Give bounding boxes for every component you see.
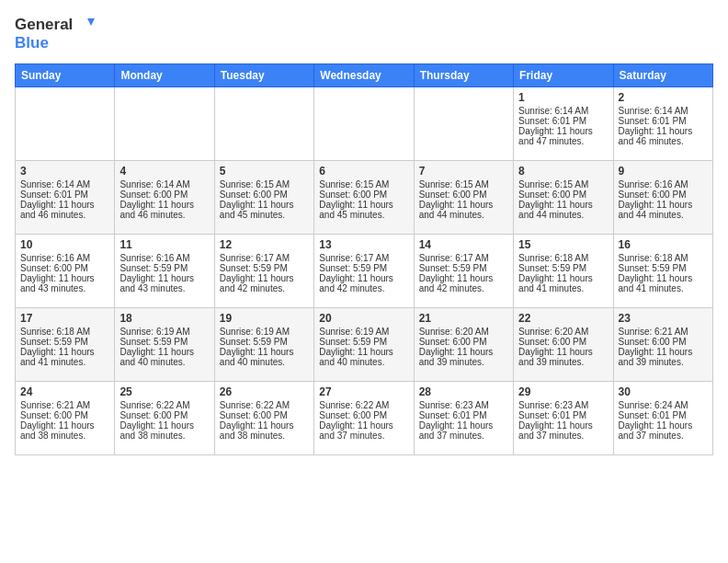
- day-info: Sunrise: 6:14 AM: [119, 179, 209, 190]
- day-info: Sunset: 5:59 PM: [119, 337, 209, 347]
- day-info: Daylight: 11 hours and 40 minutes.: [319, 347, 408, 367]
- dow-header: Thursday: [414, 63, 513, 86]
- day-info: Sunset: 5:59 PM: [619, 263, 708, 273]
- calendar-cell: 3Sunrise: 6:14 AMSunset: 6:01 PMDaylight…: [16, 160, 115, 234]
- day-number: 18: [119, 312, 209, 325]
- day-info: Daylight: 11 hours and 37 minutes.: [619, 420, 708, 441]
- day-info: Sunrise: 6:15 AM: [518, 179, 608, 190]
- day-info: Sunset: 5:59 PM: [220, 263, 309, 273]
- day-number: 5: [220, 165, 309, 178]
- day-info: Sunrise: 6:14 AM: [518, 106, 608, 116]
- calendar-cell: 28Sunrise: 6:23 AMSunset: 6:01 PMDayligh…: [414, 381, 513, 454]
- day-info: Daylight: 11 hours and 37 minutes.: [419, 420, 508, 441]
- calendar-cell: 27Sunrise: 6:22 AMSunset: 6:00 PMDayligh…: [314, 381, 414, 454]
- calendar-cell: 2Sunrise: 6:14 AMSunset: 6:01 PMDaylight…: [613, 86, 712, 160]
- day-number: 6: [319, 165, 408, 178]
- calendar-week: 10Sunrise: 6:16 AMSunset: 6:00 PMDayligh…: [16, 234, 713, 307]
- calendar-cell: 16Sunrise: 6:18 AMSunset: 5:59 PMDayligh…: [613, 234, 712, 307]
- calendar-cell: 29Sunrise: 6:23 AMSunset: 6:01 PMDayligh…: [514, 381, 613, 454]
- day-number: 1: [518, 91, 608, 104]
- day-info: Sunrise: 6:21 AM: [619, 327, 708, 337]
- day-number: 2: [619, 91, 708, 104]
- calendar-cell: 24Sunrise: 6:21 AMSunset: 6:00 PMDayligh…: [16, 381, 115, 454]
- calendar-cell: 19Sunrise: 6:19 AMSunset: 5:59 PMDayligh…: [214, 307, 313, 381]
- day-info: Sunrise: 6:20 AM: [419, 327, 508, 337]
- day-info: Sunset: 6:00 PM: [319, 410, 408, 420]
- day-info: Sunset: 6:00 PM: [419, 337, 508, 347]
- day-info: Sunset: 6:00 PM: [119, 190, 209, 200]
- svg-marker-0: [87, 18, 95, 26]
- dow-header: Monday: [115, 63, 214, 86]
- calendar-body: 1Sunrise: 6:14 AMSunset: 6:01 PMDaylight…: [16, 86, 713, 454]
- day-info: Sunset: 6:00 PM: [20, 263, 109, 273]
- day-info: Sunset: 6:00 PM: [518, 190, 608, 200]
- day-info: Sunrise: 6:24 AM: [619, 400, 708, 410]
- day-info: Sunrise: 6:14 AM: [20, 179, 109, 190]
- day-number: 21: [419, 312, 508, 325]
- day-info: Daylight: 11 hours and 46 minutes.: [20, 200, 109, 220]
- day-info: Daylight: 11 hours and 37 minutes.: [319, 420, 408, 441]
- logo-general-text: General: [15, 17, 73, 34]
- day-info: Sunrise: 6:18 AM: [20, 327, 109, 337]
- day-number: 10: [20, 238, 109, 251]
- day-info: Daylight: 11 hours and 46 minutes.: [619, 126, 708, 146]
- dow-header: Saturday: [613, 63, 712, 86]
- day-info: Sunrise: 6:18 AM: [619, 253, 708, 263]
- calendar-cell: 21Sunrise: 6:20 AMSunset: 6:00 PMDayligh…: [414, 307, 513, 381]
- day-info: Daylight: 11 hours and 40 minutes.: [220, 347, 309, 367]
- day-info: Daylight: 11 hours and 43 minutes.: [119, 273, 209, 293]
- calendar-cell: 1Sunrise: 6:14 AMSunset: 6:01 PMDaylight…: [514, 86, 613, 160]
- calendar-week: 3Sunrise: 6:14 AMSunset: 6:01 PMDaylight…: [16, 160, 713, 234]
- calendar: SundayMondayTuesdayWednesdayThursdayFrid…: [15, 63, 713, 455]
- day-number: 27: [319, 385, 408, 398]
- day-info: Daylight: 11 hours and 45 minutes.: [220, 200, 309, 220]
- day-info: Daylight: 11 hours and 44 minutes.: [419, 200, 508, 220]
- calendar-cell: 6Sunrise: 6:15 AMSunset: 6:00 PMDaylight…: [314, 160, 414, 234]
- calendar-cell: 30Sunrise: 6:24 AMSunset: 6:01 PMDayligh…: [613, 381, 712, 454]
- day-info: Sunrise: 6:19 AM: [119, 327, 209, 337]
- calendar-cell: 26Sunrise: 6:22 AMSunset: 6:00 PMDayligh…: [214, 381, 313, 454]
- day-info: Daylight: 11 hours and 44 minutes.: [619, 200, 708, 220]
- day-info: Sunset: 6:00 PM: [319, 190, 408, 200]
- calendar-week: 24Sunrise: 6:21 AMSunset: 6:00 PMDayligh…: [16, 381, 713, 454]
- day-number: 23: [619, 312, 708, 325]
- day-info: Sunset: 6:00 PM: [119, 410, 209, 420]
- calendar-cell: 7Sunrise: 6:15 AMSunset: 6:00 PMDaylight…: [414, 160, 513, 234]
- day-number: 4: [119, 165, 209, 178]
- calendar-cell: 18Sunrise: 6:19 AMSunset: 5:59 PMDayligh…: [115, 307, 214, 381]
- calendar-cell: 17Sunrise: 6:18 AMSunset: 5:59 PMDayligh…: [16, 307, 115, 381]
- day-info: Sunset: 6:00 PM: [619, 337, 708, 347]
- day-info: Daylight: 11 hours and 39 minutes.: [419, 347, 508, 367]
- day-info: Sunrise: 6:22 AM: [119, 400, 209, 410]
- calendar-cell: 4Sunrise: 6:14 AMSunset: 6:00 PMDaylight…: [115, 160, 214, 234]
- day-info: Sunset: 5:59 PM: [319, 263, 408, 273]
- day-info: Sunrise: 6:17 AM: [319, 253, 408, 263]
- dow-header: Tuesday: [214, 63, 313, 86]
- calendar-cell: 23Sunrise: 6:21 AMSunset: 6:00 PMDayligh…: [613, 307, 712, 381]
- day-info: Daylight: 11 hours and 42 minutes.: [319, 273, 408, 293]
- calendar-cell: [414, 86, 513, 160]
- day-number: 9: [619, 165, 708, 178]
- calendar-cell: 12Sunrise: 6:17 AMSunset: 5:59 PMDayligh…: [214, 234, 313, 307]
- days-of-week-row: SundayMondayTuesdayWednesdayThursdayFrid…: [16, 63, 713, 86]
- day-info: Sunset: 5:59 PM: [20, 337, 109, 347]
- day-number: 11: [119, 238, 209, 251]
- logo-bird-icon: [74, 15, 95, 35]
- calendar-cell: 5Sunrise: 6:15 AMSunset: 6:00 PMDaylight…: [214, 160, 313, 234]
- day-number: 12: [220, 238, 309, 251]
- day-info: Sunset: 6:01 PM: [518, 116, 608, 126]
- day-info: Sunrise: 6:23 AM: [518, 400, 608, 410]
- calendar-cell: [314, 86, 414, 160]
- day-info: Sunrise: 6:16 AM: [119, 253, 209, 263]
- day-info: Daylight: 11 hours and 47 minutes.: [518, 126, 608, 146]
- calendar-cell: [115, 86, 214, 160]
- day-number: 20: [319, 312, 408, 325]
- day-info: Sunrise: 6:16 AM: [619, 179, 708, 190]
- day-number: 3: [20, 165, 109, 178]
- day-info: Daylight: 11 hours and 38 minutes.: [220, 420, 309, 441]
- day-info: Sunset: 6:00 PM: [220, 190, 309, 200]
- day-info: Sunrise: 6:20 AM: [518, 327, 608, 337]
- dow-header: Wednesday: [314, 63, 414, 86]
- day-number: 14: [419, 238, 508, 251]
- calendar-week: 1Sunrise: 6:14 AMSunset: 6:01 PMDaylight…: [16, 86, 713, 160]
